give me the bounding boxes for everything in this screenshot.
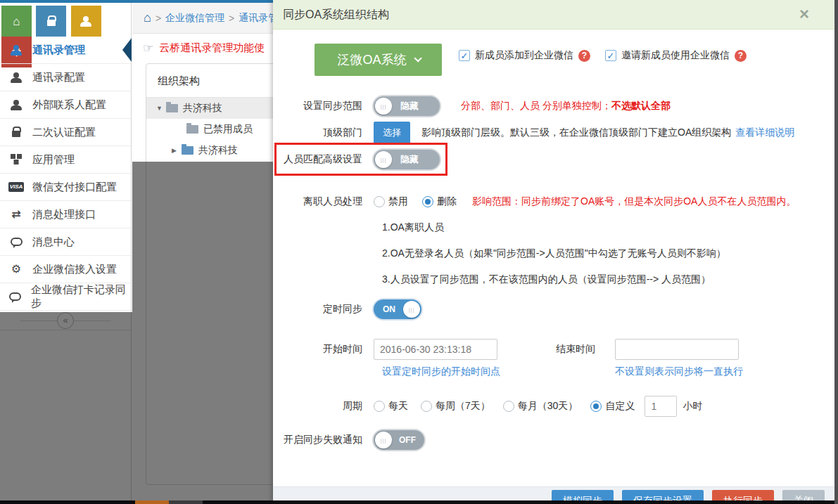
end-time-label: 结束时间 [497,343,595,356]
taskbar-highlighted-app[interactable] [135,500,169,504]
sidebar-item-label: 二次认证配置 [32,126,96,139]
radio-weekly[interactable] [421,401,432,412]
top-dept-select-button[interactable]: 选择 [374,122,410,144]
tree-node-disabled-members[interactable]: 已禁用成员 [146,119,281,140]
radio-custom[interactable] [590,401,602,412]
sidebar-item-message-interface[interactable]: ⇄ 消息处理接口 [0,201,131,228]
sidebar-item-wechat-pay[interactable]: VISA 微信支付接口配置 [0,174,131,201]
fail-notify-toggle[interactable]: ||| OFF [374,430,424,450]
toggle-label: 隐藏 [400,153,419,166]
end-time-input[interactable] [615,339,739,360]
period-option-daily[interactable]: 每天 [374,400,408,413]
period-row: 周期 每天 每周（7天） 每月（30天） 自定义 小时 [273,395,702,418]
start-time-hint-link[interactable]: 设置定时同步的开始时间点 [382,366,500,378]
fail-notify-label: 开启同步失败通知 [273,434,362,446]
resign-delete-option[interactable]: 删除 [422,195,457,208]
add-new-member-checkbox[interactable]: ✓ [459,50,470,61]
tree-node-root[interactable]: ▼ 共济科技 [146,98,281,119]
period-unit-label: 小时 [683,400,702,413]
oa-system-dropdown-button[interactable]: 泛微OA系统 [315,44,442,76]
timed-sync-toggle[interactable]: ON ||| [374,299,421,319]
member-match-label: 人员匹配高级设置 [273,153,362,166]
visa-card-icon: VISA [8,182,25,192]
notice-text[interactable]: 云桥通讯录管理功能使 [159,41,265,55]
radio-custom-label: 自定义 [605,400,635,413]
help-icon[interactable]: ? [578,50,590,62]
resign-item-3: 3.人员设置了同步范围，不在该范围内的人员（设置同步范围--> 人员范围） [382,273,711,287]
users-icon [9,45,23,56]
person-icon [9,100,23,110]
modal-backdrop [132,162,273,504]
radio-weekly-label: 每周（7天） [436,400,490,413]
sidebar-item-punch-record-sync[interactable]: 企业微信打卡记录同步 [0,283,131,311]
top-dept-detail-link[interactable]: 查看详细说明 [735,127,794,139]
lock-quick-button[interactable] [36,6,66,37]
sidebar-item-wechat-access-settings[interactable]: ⚙ 企业微信接入设置 [0,256,131,283]
caret-right-icon[interactable]: ▶ [172,147,180,154]
gear-icon: ⚙ [11,264,21,275]
tree-node-child[interactable]: ▶ 共济科技 [146,140,281,161]
radio-disable[interactable] [374,196,385,207]
users-quick-button[interactable] [71,6,101,37]
start-time-input[interactable] [374,339,497,360]
radio-daily[interactable] [374,401,385,412]
toggle-knob: ||| [375,98,392,115]
home-icon[interactable]: ⌂ [144,11,151,25]
sidebar-item-label: 外部联系人配置 [32,98,106,112]
sidebar-item-label: 消息中心 [32,235,75,249]
time-range-row: 开始时间 结束时间 [273,338,739,361]
breadcrumb-link-contacts[interactable]: 通讯录管 [239,12,273,25]
taskbar-app[interactable] [169,500,203,504]
resign-item-text: 3.人员设置了同步范围，不在该范围内的人员（设置同步范围--> 人员范围） [382,273,711,286]
toggle-label: 隐藏 [400,100,419,112]
sync-scope-note-bold: 不选默认全部 [611,100,671,111]
sidebar-item-label: 通讯录配置 [32,71,85,84]
sidebar-item-message-center[interactable]: 消息中心 [0,228,131,256]
sidebar-item-label: 消息处理接口 [32,208,96,221]
top-dept-row: 顶级部门 选择 影响顶级部门层级。默认三级，在企业微信顶级部门下建立OA组织架构… [273,122,794,143]
radio-monthly-label: 每月（30天） [518,400,578,413]
period-option-monthly[interactable]: 每月（30天） [503,400,578,413]
radio-delete[interactable] [422,196,433,207]
sidebar-item-external-contacts[interactable]: 外部联系人配置 [0,91,131,119]
hand-pointer-icon: ☞ [143,41,153,56]
resign-item-text: 1.OA离职人员 [382,221,444,234]
sync-scope-toggle[interactable]: ||| 隐藏 [374,96,440,116]
sidebar-item-contacts-management[interactable]: 通讯录管理 [0,37,131,64]
timed-sync-label: 定时同步 [273,303,362,316]
invite-new-member-checkbox[interactable]: ✓ [605,50,616,61]
end-time-hint-link[interactable]: 不设置则表示同步将一直执行 [615,366,743,378]
fail-notify-row: 开启同步失败通知 ||| OFF [273,429,424,451]
resign-disable-option[interactable]: 禁用 [374,195,408,208]
timed-sync-row: 定时同步 ON ||| [273,299,421,320]
sync-scope-note-text: 分部、部门、人员 分别单独控制； [461,100,611,111]
custom-period-input[interactable] [645,396,677,417]
period-label: 周期 [273,400,362,413]
sidebar-item-label: 通讯录管理 [32,44,85,57]
sidebar-item-contacts-config[interactable]: 通讯录配置 [0,64,131,91]
sync-scope-note: 分部、部门、人员 分别单独控制；不选默认全部 [461,100,671,112]
breadcrumb-link-wechat-management[interactable]: 企业微信管理 [165,12,224,25]
crumb-separator: > [155,13,161,24]
toggle-label: OFF [399,435,416,445]
help-icon[interactable]: ? [735,50,747,62]
tree-node-label: 已禁用成员 [203,123,253,136]
sidebar-item-app-management[interactable]: 应用管理 [0,146,131,174]
crumb-separator: > [229,13,234,24]
panel-title: 组织架构 [146,64,281,98]
users-icon [9,72,23,83]
member-match-toggle[interactable]: ||| 隐藏 [374,150,440,169]
resign-handling-row: 离职人员处理 禁用 删除 影响范围：同步前绑定了OA账号，但是本次同步OA人员不… [273,191,796,212]
radio-delete-label: 删除 [437,195,457,208]
breadcrumb: ⌂ > 企业微信管理 > 通讯录管 [132,3,273,34]
caret-down-icon[interactable]: ▼ [156,105,165,112]
home-quick-button[interactable]: ⌂ [1,6,32,37]
tree-node-label: 共济科技 [198,144,238,157]
period-option-weekly[interactable]: 每周（7天） [421,400,490,413]
period-option-custom[interactable]: 自定义 [590,400,635,413]
add-new-member-checkbox-group: ✓ 新成员添加到企业微信 ? [459,49,590,62]
taskbar [0,500,834,504]
sidebar-item-second-auth[interactable]: 二次认证配置 [0,119,131,146]
radio-monthly[interactable] [503,401,514,412]
close-icon[interactable]: × [794,0,815,30]
